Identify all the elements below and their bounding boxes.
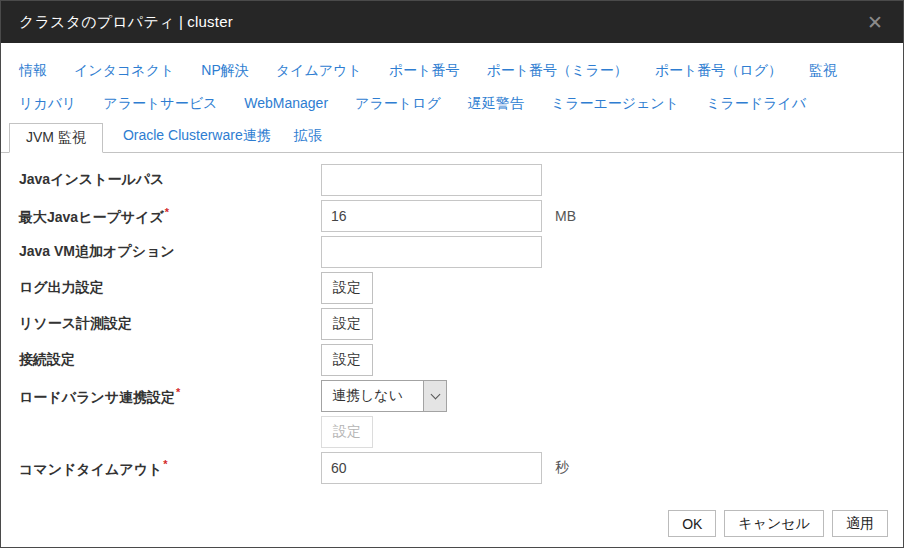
cluster-properties-dialog: クラスタのプロパティ | cluster ✕ 情報 インタコネクト NP解決 タ…	[0, 0, 904, 548]
load-balancer-selected-value: 連携しない	[322, 381, 423, 411]
dialog-footer: OK キャンセル 適用	[1, 510, 903, 537]
form-row-load-balancer-settings: 設定	[19, 416, 903, 448]
apply-button[interactable]: 適用	[832, 510, 888, 537]
load-balancer-select[interactable]: 連携しない	[321, 380, 447, 412]
command-timeout-unit: 秒	[555, 459, 569, 477]
nav-link-delay-warning[interactable]: 遅延警告	[468, 93, 524, 113]
nav-link-monitor[interactable]: 監視	[809, 60, 837, 80]
nav-link-port-number-log[interactable]: ポート番号（ログ）	[655, 60, 782, 80]
nav-link-alert-service[interactable]: アラートサービス	[103, 93, 217, 113]
close-icon[interactable]: ✕	[863, 11, 887, 34]
nav-row-1: 情報 インタコネクト NP解決 タイムアウト ポート番号 ポート番号（ミラー） …	[1, 60, 903, 80]
ok-button[interactable]: OK	[668, 510, 716, 537]
nav-row-2: リカバリ アラートサービス WebManager アラートログ 遅延警告 ミラー…	[1, 93, 903, 113]
nav-link-interconnect[interactable]: インタコネクト	[74, 60, 174, 80]
load-balancer-settings-button: 設定	[321, 416, 373, 448]
form-row-load-balancer: ロードバランサ連携設定* 連携しない	[19, 380, 903, 412]
nav-link-recovery[interactable]: リカバリ	[19, 93, 76, 113]
form-row-max-java-heap: 最大Javaヒープサイズ* MB	[19, 200, 903, 232]
form-row-command-timeout: コマンドタイムアウト* 秒	[19, 452, 903, 484]
tab-oracle-clusterware[interactable]: Oracle Clusterware連携	[123, 127, 271, 152]
form-row-connection: 接続設定 設定	[19, 344, 903, 376]
nav-link-alert-log[interactable]: アラートログ	[355, 93, 441, 113]
connection-settings-button[interactable]: 設定	[321, 344, 373, 376]
form-row-resource-measurement: リソース計測設定 設定	[19, 308, 903, 340]
max-java-heap-input[interactable]	[321, 200, 542, 232]
nav-link-np-resolution[interactable]: NP解決	[201, 60, 248, 80]
nav-link-port-number[interactable]: ポート番号	[389, 60, 460, 80]
java-vm-options-label: Java VM追加オプション	[19, 243, 321, 261]
form-row-log-output: ログ出力設定 設定	[19, 272, 903, 304]
java-install-path-label: Javaインストールパス	[19, 171, 321, 189]
max-java-heap-unit: MB	[555, 208, 576, 224]
load-balancer-label: ロードバランサ連携設定*	[19, 386, 321, 407]
nav-link-webmanager[interactable]: WebManager	[244, 93, 328, 113]
form-row-java-vm-options: Java VM追加オプション	[19, 236, 903, 268]
command-timeout-input[interactable]	[321, 452, 542, 484]
tab-jvm-monitor[interactable]: JVM 監視	[9, 123, 103, 153]
dialog-title: クラスタのプロパティ | cluster	[19, 13, 233, 32]
form-row-java-install-path: Javaインストールパス	[19, 164, 903, 196]
log-output-label: ログ出力設定	[19, 279, 321, 297]
dialog-titlebar: クラスタのプロパティ | cluster ✕	[1, 1, 903, 43]
jvm-monitor-form: Javaインストールパス 最大Javaヒープサイズ* MB Java VM追加オ…	[1, 164, 903, 488]
required-asterisk: *	[176, 386, 180, 398]
nav-link-mirror-driver[interactable]: ミラードライバ	[706, 93, 806, 113]
command-timeout-label: コマンドタイムアウト*	[19, 458, 321, 479]
resource-measurement-settings-button[interactable]: 設定	[321, 308, 373, 340]
nav-link-port-number-mirror[interactable]: ポート番号（ミラー）	[486, 60, 627, 80]
nav-link-info[interactable]: 情報	[19, 60, 47, 80]
chevron-down-icon	[423, 381, 446, 411]
java-vm-options-input[interactable]	[321, 236, 542, 268]
tab-row: JVM 監視 Oracle Clusterware連携 拡張	[1, 123, 903, 153]
cancel-button[interactable]: キャンセル	[724, 510, 824, 537]
connection-label: 接続設定	[19, 351, 321, 369]
required-asterisk: *	[165, 206, 169, 218]
dialog-body: 情報 インタコネクト NP解決 タイムアウト ポート番号 ポート番号（ミラー） …	[1, 43, 903, 547]
tab-extension[interactable]: 拡張	[294, 127, 322, 152]
log-output-settings-button[interactable]: 設定	[321, 272, 373, 304]
nav-link-timeout[interactable]: タイムアウト	[276, 60, 362, 80]
nav-link-mirror-agent[interactable]: ミラーエージェント	[551, 93, 679, 113]
required-asterisk: *	[163, 458, 167, 470]
java-install-path-input[interactable]	[321, 164, 542, 196]
max-java-heap-label: 最大Javaヒープサイズ*	[19, 206, 321, 227]
resource-measurement-label: リソース計測設定	[19, 315, 321, 333]
